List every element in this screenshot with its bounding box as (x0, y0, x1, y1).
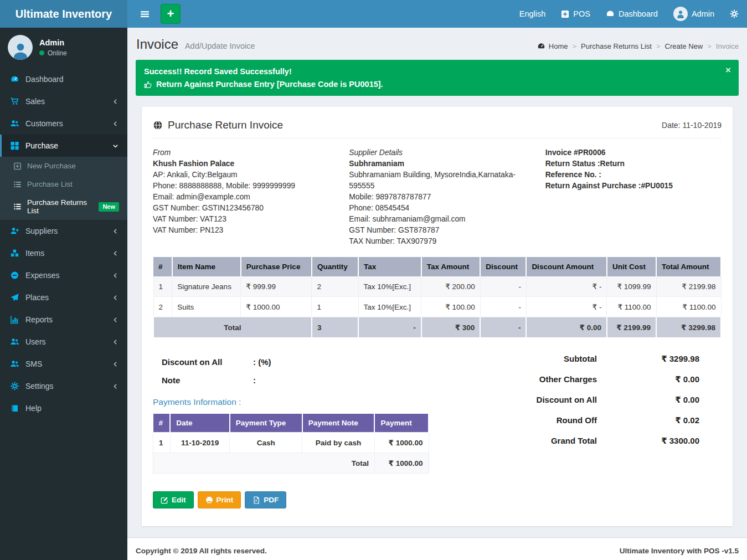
sidebar-item-places[interactable]: Places (0, 286, 127, 309)
col-header-payment-note: Payment Note (302, 414, 375, 433)
submenu-item-purchase-list[interactable]: Purchase List (0, 175, 127, 193)
person-icon (676, 9, 685, 18)
list-icon (13, 181, 22, 188)
col-header-tax: Tax (358, 257, 421, 276)
sidebar-item-label: Places (25, 293, 106, 302)
sidebar-item-items[interactable]: Items (0, 242, 127, 264)
sidebar-item-sms[interactable]: SMS (0, 353, 127, 375)
users-icon (10, 119, 19, 128)
sidebar-user-name: Admin (39, 38, 67, 47)
return-against-purchase: Return Against Purchase :#PU0015 (545, 181, 722, 192)
pos-link[interactable]: POS (561, 9, 590, 18)
sidebar-item-settings[interactable]: Settings (0, 375, 127, 397)
users-icon (10, 359, 19, 368)
col-header-purchase-price: Purchase Price (241, 257, 312, 276)
printer-icon (205, 496, 213, 504)
cell-payment-amount: ₹ 1000.00 (374, 433, 429, 453)
dashboard-icon (10, 75, 19, 84)
from-line: VAT Number: VAT123 (153, 214, 335, 225)
invoice-number: Invoice #PR0006 (545, 147, 722, 158)
from-line: AP: Ankali, City:Belgaum (153, 169, 335, 181)
globe-icon (153, 120, 163, 130)
pos-label: POS (573, 9, 590, 18)
content-header: Invoice Add/Update Invoice Home > Purcha… (127, 28, 747, 60)
dashboard-link[interactable]: Dashboard (606, 9, 658, 18)
chevron-left-icon (112, 228, 119, 235)
user-menu[interactable]: Admin (673, 7, 714, 21)
sidebar-toggle-button[interactable] (135, 0, 154, 28)
col-header-item-name: Item Name (172, 257, 241, 276)
discount-on-all-value: : (%) (253, 357, 271, 367)
cell-index: 1 (153, 276, 172, 297)
footer: Copyright © 2019 All rights reserved. Ul… (127, 537, 747, 560)
gears-icon (730, 9, 739, 18)
chevron-left-icon (112, 383, 119, 390)
summary-value: ₹ 0.00 (597, 374, 699, 384)
sidebar-item-suppliers[interactable]: Suppliers (0, 220, 127, 242)
breadcrumb-separator: > (707, 42, 712, 50)
cell-item-name: Suits (172, 297, 241, 317)
cell-tax-amount: ₹ 100.00 (421, 297, 481, 317)
col-header-payment: Payment (374, 414, 429, 433)
from-block: From Khush Fashion Palace AP: Ankali, Ci… (153, 147, 349, 247)
sidebar-item-users[interactable]: Users (0, 331, 127, 353)
supplier-line: TAX Number: TAX907979 (349, 236, 531, 247)
sidebar-item-label: Users (25, 337, 106, 346)
sidebar-user-panel: Admin Online (0, 28, 127, 68)
summary-subtotal: Subtotal ₹ 3299.98 (499, 354, 699, 364)
from-line: Phone: 8888888888, Mobile: 9999999999 (153, 181, 335, 192)
print-button[interactable]: Print (198, 491, 241, 508)
pdf-button[interactable]: PDF (245, 491, 286, 508)
breadcrumb: Home > Purchase Returns List > Create Ne… (537, 42, 739, 52)
col-header-index: # (153, 257, 172, 276)
summary-value: ₹ 3300.00 (597, 436, 699, 446)
cell-date: 11-10-2019 (170, 433, 229, 453)
sidebar-item-dashboard[interactable]: Dashboard (0, 68, 127, 90)
from-name: Khush Fashion Palace (153, 158, 335, 169)
language-menu[interactable]: English (519, 9, 546, 18)
edit-button-label: Edit (172, 496, 186, 504)
from-line: GST Number: GSTIN123456780 (153, 203, 335, 214)
table-row: 1 Signature Jeans ₹ 999.99 2 Tax 10%[Exc… (153, 276, 721, 297)
quick-add-button[interactable]: + (161, 4, 181, 24)
pdf-button-label: PDF (264, 496, 279, 504)
col-header-date: Date (170, 414, 229, 433)
cell-index: 2 (153, 297, 172, 317)
cell-payment-note: Paid by cash (302, 433, 375, 453)
sidebar-item-sales[interactable]: Sales (0, 90, 127, 112)
sidebar-item-purchase[interactable]: Purchase (0, 135, 127, 157)
items-table: # Item Name Purchase Price Quantity Tax … (153, 257, 722, 338)
breadcrumb-create-new[interactable]: Create New (665, 42, 703, 50)
col-header-discount-amount: Discount Amount (526, 257, 607, 276)
settings-menu[interactable] (730, 9, 739, 18)
summary-label: Grand Total (499, 436, 597, 446)
total-tax: - (358, 317, 421, 338)
col-header-tax-amount: Tax Amount (421, 257, 481, 276)
cell-purchase-price: ₹ 1000.00 (241, 297, 312, 317)
hamburger-icon (140, 9, 150, 19)
sidebar-item-expenses[interactable]: Expenses (0, 264, 127, 286)
breadcrumb-purchase-returns-list[interactable]: Purchase Returns List (581, 42, 652, 50)
total-discount: - (480, 317, 526, 338)
cell-quantity: 1 (312, 297, 358, 317)
success-alert: Success!! Record Saved Successfully! Ret… (136, 60, 739, 96)
submenu-item-purchase-returns-list[interactable]: Purchase Returns List New (0, 193, 127, 220)
summary-value: ₹ 0.00 (597, 395, 699, 405)
sidebar-item-help[interactable]: Help (0, 397, 127, 419)
edit-button[interactable]: Edit (153, 491, 194, 508)
submenu-item-new-purchase[interactable]: New Purchase (0, 157, 127, 175)
sidebar-item-label: Sales (25, 97, 106, 106)
sidebar-item-label: Expenses (25, 271, 106, 280)
table-row: 1 11-10-2019 Cash Paid by cash ₹ 1000.00 (153, 433, 429, 453)
supplier-line: GST Number: GST878787 (349, 225, 531, 236)
summary-label: Other Charges (499, 374, 597, 384)
submenu-item-label: Purchase Returns List (27, 198, 87, 215)
sidebar-item-reports[interactable]: Reports (0, 309, 127, 331)
summary-other-charges: Other Charges ₹ 0.00 (499, 374, 699, 384)
close-icon[interactable]: × (725, 65, 731, 75)
breadcrumb-home[interactable]: Home (537, 42, 568, 50)
breadcrumb-separator: > (656, 42, 661, 50)
sidebar-item-customers[interactable]: Customers (0, 112, 127, 135)
sidebar-user-status: Online (39, 49, 67, 57)
brand-logo[interactable]: Ultimate Inventory (0, 0, 127, 28)
